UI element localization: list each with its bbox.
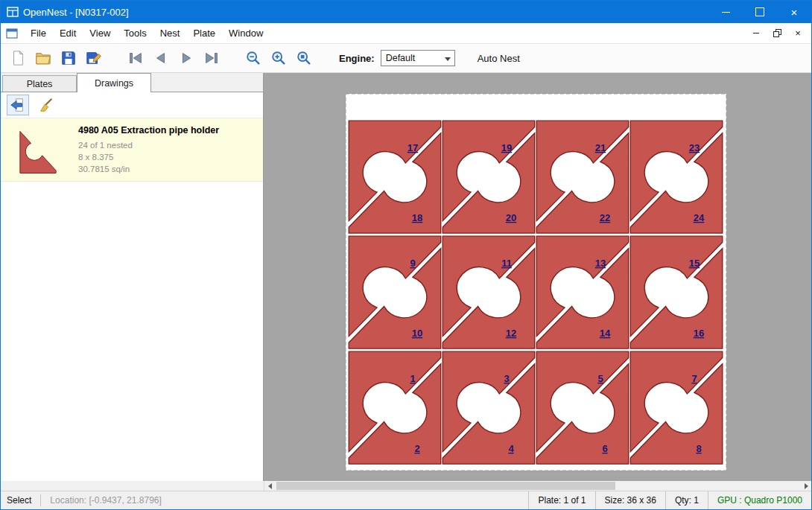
mdi-close-button[interactable]: × [789,26,807,41]
maximize-button[interactable] [743,1,777,23]
drawing-nested-count: 24 of 1 nested [78,139,219,151]
new-nest-button[interactable] [7,47,29,69]
scroll-right-button[interactable] [801,481,811,491]
save-button[interactable] [57,47,80,69]
part-number-label: 10 [412,328,422,339]
scroll-left-icon [268,483,272,489]
scrollbar-thumb[interactable] [276,482,615,490]
part-number-label: 9 [410,258,415,269]
minimize-button[interactable] [708,1,743,23]
panel-tabs: Plates Drawings [1,73,263,92]
part-number-label: 20 [506,212,516,223]
next-plate-button[interactable] [175,47,197,69]
broom-icon [38,97,54,113]
save-icon [60,50,77,66]
zoom-in-button[interactable] [267,47,290,69]
drawing-size: 8 x 8.375 [78,151,219,163]
part-number-label: 15 [689,258,700,269]
part-number-label: 17 [407,142,418,153]
open-button[interactable] [32,47,54,69]
menu-edit[interactable]: Edit [53,24,83,43]
part-number-label: 23 [689,142,700,153]
part-number-label: 19 [501,142,512,153]
part-number-label: 21 [595,142,606,153]
add-drawing-button[interactable] [7,95,29,115]
engine-selected-value: Default [386,53,416,63]
part-number-label: 2 [414,443,419,454]
part-shape [20,131,56,173]
part-number-label: 5 [597,373,603,384]
part-number-label: 7 [691,373,697,384]
scroll-left-button[interactable] [264,481,275,491]
menu-view[interactable]: View [83,24,117,43]
part-number-label: 6 [602,443,607,454]
app-icon [7,6,19,18]
main-toolbar: Engine: Default Auto Nest [1,44,811,73]
status-right: Plate: 1 of 1 Size: 36 x 36 Qty: 1 GPU :… [528,491,811,509]
part-number-label: 4 [508,443,514,454]
zoom-fit-button[interactable] [293,47,315,69]
drawing-area: 30.7815 sq/in [78,163,219,175]
drawing-list-item[interactable]: 4980 A05 Extraction pipe holder 24 of 1 … [1,118,263,182]
drawing-thumbnail [8,125,68,174]
part-number-label: 3 [504,373,509,384]
mdi-close-icon: × [795,28,801,39]
app-window: OpenNest - [N0317-002] × File Edit View … [0,0,812,510]
mdi-restore-icon [773,29,781,37]
part-number-label: 16 [694,328,704,339]
part-number-label: 24 [694,212,705,223]
zoom-in-icon [270,50,287,66]
first-plate-button[interactable] [124,47,147,69]
chevron-down-icon [445,57,451,61]
menu-tools[interactable]: Tools [117,24,153,43]
drawing-info: 4980 A05 Extraction pipe holder 24 of 1 … [78,125,219,175]
last-plate-button[interactable] [200,47,223,69]
menu-nest[interactable]: Nest [153,24,187,43]
part-number-label: 14 [600,328,611,339]
auto-nest-button[interactable]: Auto Nest [472,50,526,67]
menu-window[interactable]: Window [222,24,270,43]
previous-plate-button[interactable] [150,47,172,69]
maximize-icon [755,7,764,16]
status-bar: Select Location: [-0.9437, 21.8796] Plat… [1,491,811,509]
open-folder-icon [35,50,51,66]
tab-drawings[interactable]: Drawings [77,73,151,92]
part-number-label: 8 [696,443,701,454]
engine-select[interactable]: Default [381,50,455,66]
mdi-window-controls: × [747,26,811,41]
mdi-minimize-icon [753,33,759,34]
document-icon [6,28,18,39]
horizontal-scrollbar[interactable] [264,481,811,491]
window-title: OpenNest - [N0317-002] [23,7,129,18]
scroll-right-icon [805,483,808,489]
save-edit-icon [86,50,102,66]
plate-count: Plate: 1 of 1 [528,491,594,509]
window-controls: × [708,1,811,23]
previous-icon [153,50,169,66]
mdi-restore-button[interactable] [768,26,786,41]
menu-plate[interactable]: Plate [186,24,222,43]
part-number-label: 22 [600,212,610,223]
last-icon [203,50,220,66]
first-icon [127,50,144,66]
menu-bar: File Edit View Tools Nest Plate Window × [1,23,811,44]
close-button[interactable]: × [777,1,811,23]
next-icon [178,50,194,66]
new-file-icon [10,50,26,66]
plate-sheet: 171819202122232491011121314151612345678 [345,93,727,471]
main-area: Plates Drawings [1,73,811,481]
nest-canvas[interactable]: 171819202122232491011121314151612345678 [264,73,811,481]
part-number-label: 11 [501,258,512,269]
cursor-location: Location: [-0.9437, 21.8796] [41,495,170,506]
save-as-button[interactable] [83,47,105,69]
scroll-row [1,481,811,491]
mdi-minimize-button[interactable] [747,26,765,41]
plate-size: Size: 36 x 36 [595,491,665,509]
part-number-label: 1 [410,373,415,384]
title-bar: OpenNest - [N0317-002] × [1,1,811,23]
zoom-out-button[interactable] [242,47,264,69]
left-panel: Plates Drawings [1,73,264,481]
menu-file[interactable]: File [24,24,53,43]
clear-drawings-button[interactable] [35,95,57,115]
tab-plates[interactable]: Plates [2,75,77,92]
